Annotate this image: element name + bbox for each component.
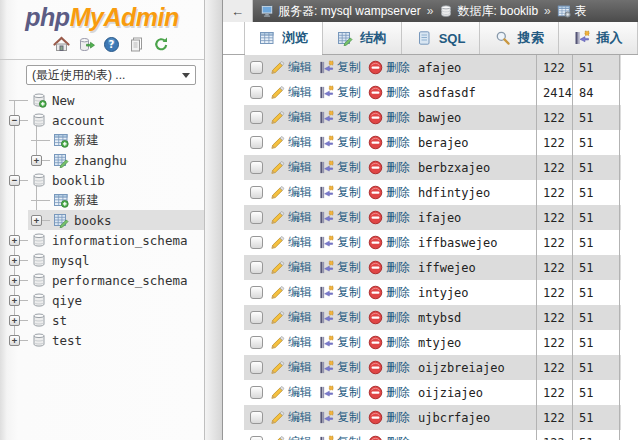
copy-link[interactable]: 复制 [319, 259, 361, 276]
edit-link[interactable]: 编辑 [270, 409, 312, 426]
delete-link[interactable]: 删除 [368, 59, 410, 76]
row-checkbox[interactable] [250, 411, 263, 424]
tree-item-st[interactable]: +st [0, 310, 204, 330]
edit-link[interactable]: 编辑 [270, 384, 312, 401]
delete-link[interactable]: 删除 [368, 134, 410, 151]
delete-link[interactable]: 删除 [368, 284, 410, 301]
copy-link[interactable]: 复制 [319, 159, 361, 176]
tab-search[interactable]: 搜索 [480, 22, 559, 54]
tree-item-booklib[interactable]: −booklib [0, 170, 204, 190]
copy-link[interactable]: 复制 [319, 59, 361, 76]
tree-item-new-database[interactable]: New [0, 90, 204, 110]
tree-expander-plus[interactable]: + [31, 215, 42, 226]
tree-expander-minus[interactable]: − [9, 115, 20, 126]
tree-item-information_schema[interactable]: +information_schema [0, 230, 204, 250]
copy-link[interactable]: 复制 [319, 184, 361, 201]
copy-link[interactable]: 复制 [319, 309, 361, 326]
tab-sql[interactable]: SQL [402, 22, 481, 54]
delete-link[interactable]: 删除 [368, 409, 410, 426]
back-arrow[interactable]: ← [223, 0, 253, 22]
copy-link[interactable]: 复制 [319, 334, 361, 351]
help-icon[interactable]: ? [103, 36, 120, 53]
copy-link[interactable]: 复制 [319, 359, 361, 376]
edit-link[interactable]: 编辑 [270, 234, 312, 251]
row-checkbox[interactable] [250, 61, 263, 74]
row-checkbox[interactable] [250, 86, 263, 99]
copy-link[interactable]: 复制 [319, 434, 361, 440]
row-checkbox[interactable] [250, 286, 263, 299]
delete-link[interactable]: 删除 [368, 209, 410, 226]
home-icon[interactable] [53, 36, 70, 53]
copy-link[interactable]: 复制 [319, 109, 361, 126]
delete-link[interactable]: 删除 [368, 159, 410, 176]
tree-item-books[interactable]: +books [0, 210, 204, 230]
copy-link[interactable]: 复制 [319, 409, 361, 426]
edit-link[interactable]: 编辑 [270, 159, 312, 176]
tab-insert[interactable]: 插入 [559, 22, 638, 54]
tree-item-booklib-new-table[interactable]: 新建 [0, 190, 204, 210]
edit-link[interactable]: 编辑 [270, 334, 312, 351]
row-checkbox[interactable] [250, 161, 263, 174]
tree-expander-plus[interactable]: + [31, 155, 42, 166]
recent-tables-select[interactable]: (最近使用的表) ... [26, 65, 196, 85]
breadcrumb-server[interactable]: 服务器: mysql wampserver [260, 3, 421, 20]
edit-link[interactable]: 编辑 [270, 209, 312, 226]
copy-link[interactable]: 复制 [319, 284, 361, 301]
row-checkbox[interactable] [250, 361, 263, 374]
tree-item-zhanghu[interactable]: +zhanghu [0, 150, 204, 170]
tree-item-performance_schema[interactable]: +performance_schema [0, 270, 204, 290]
breadcrumb-database[interactable]: 数据库: booklib [439, 3, 538, 20]
copy-link[interactable]: 复制 [319, 134, 361, 151]
delete-link[interactable]: 删除 [368, 359, 410, 376]
tree-expander-plus[interactable]: + [9, 315, 20, 326]
edit-link[interactable]: 编辑 [270, 284, 312, 301]
logout-icon[interactable] [78, 36, 95, 53]
row-checkbox[interactable] [250, 261, 263, 274]
copy-link[interactable]: 复制 [319, 384, 361, 401]
tree-item-mysql[interactable]: +mysql [0, 250, 204, 270]
tree-expander-plus[interactable]: + [9, 295, 20, 306]
edit-link[interactable]: 编辑 [270, 359, 312, 376]
edit-link[interactable]: 编辑 [270, 59, 312, 76]
edit-link[interactable]: 编辑 [270, 84, 312, 101]
delete-link[interactable]: 删除 [368, 109, 410, 126]
tree-expander-plus[interactable]: + [9, 335, 20, 346]
edit-link[interactable]: 编辑 [270, 109, 312, 126]
row-checkbox[interactable] [250, 386, 263, 399]
delete-link[interactable]: 删除 [368, 184, 410, 201]
delete-link[interactable]: 删除 [368, 384, 410, 401]
delete-link[interactable]: 删除 [368, 234, 410, 251]
copy-link[interactable]: 复制 [319, 84, 361, 101]
copy-link[interactable]: 复制 [319, 209, 361, 226]
edit-link[interactable]: 编辑 [270, 134, 312, 151]
tab-browse[interactable]: 浏览 [244, 22, 323, 54]
delete-link[interactable]: 删除 [368, 259, 410, 276]
tab-structure[interactable]: 结构 [323, 22, 402, 54]
row-checkbox[interactable] [250, 111, 263, 124]
row-checkbox[interactable] [250, 136, 263, 149]
edit-link[interactable]: 编辑 [270, 434, 312, 440]
delete-link[interactable]: 删除 [368, 334, 410, 351]
docs-icon[interactable] [128, 36, 145, 53]
tree-expander-minus[interactable]: − [9, 175, 20, 186]
row-checkbox[interactable] [250, 436, 263, 440]
tree-expander-plus[interactable]: + [9, 275, 20, 286]
edit-link[interactable]: 编辑 [270, 184, 312, 201]
row-checkbox[interactable] [250, 186, 263, 199]
edit-link[interactable]: 编辑 [270, 259, 312, 276]
delete-link[interactable]: 删除 [368, 84, 410, 101]
delete-link[interactable]: 删除 [368, 309, 410, 326]
tree-item-qiye[interactable]: +qiye [0, 290, 204, 310]
tree-expander-plus[interactable]: + [9, 235, 20, 246]
refresh-icon[interactable] [153, 36, 170, 53]
sidebar-resize-handle[interactable] [205, 0, 223, 440]
tree-item-account-new-table[interactable]: 新建 [0, 130, 204, 150]
row-checkbox[interactable] [250, 311, 263, 324]
row-checkbox[interactable] [250, 336, 263, 349]
tree-item-test[interactable]: +test [0, 330, 204, 350]
delete-link[interactable]: 删除 [368, 434, 410, 440]
edit-link[interactable]: 编辑 [270, 309, 312, 326]
copy-link[interactable]: 复制 [319, 234, 361, 251]
tree-expander-plus[interactable]: + [9, 255, 20, 266]
row-checkbox[interactable] [250, 236, 263, 249]
